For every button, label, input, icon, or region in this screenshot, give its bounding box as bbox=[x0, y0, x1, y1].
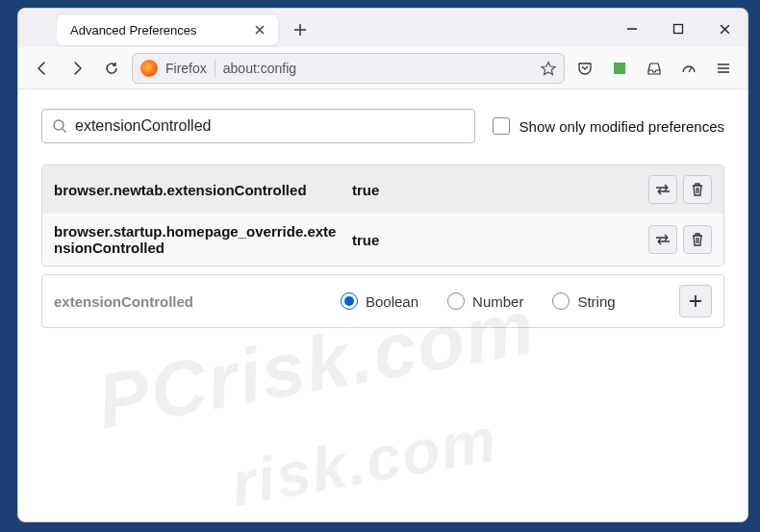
delete-button[interactable] bbox=[683, 225, 712, 254]
delete-button[interactable] bbox=[683, 175, 712, 204]
svg-rect-0 bbox=[674, 25, 683, 34]
new-preference-row: extensionControlled Boolean Number Strin… bbox=[41, 274, 724, 328]
extension-icon[interactable] bbox=[605, 54, 634, 83]
preference-name: browser.newtab.extensionControlled bbox=[54, 182, 342, 198]
minimize-button[interactable] bbox=[617, 14, 647, 43]
forward-button[interactable] bbox=[63, 54, 91, 83]
back-button[interactable] bbox=[28, 54, 57, 83]
radio-label: Number bbox=[472, 293, 523, 310]
show-only-modified-toggle[interactable]: Show only modified preferences bbox=[493, 117, 724, 135]
reload-button[interactable] bbox=[97, 54, 126, 83]
pocket-icon[interactable] bbox=[570, 54, 599, 83]
bookmark-star-icon[interactable] bbox=[541, 61, 556, 76]
active-tab[interactable]: Advanced Preferences bbox=[57, 14, 278, 45]
checkbox-icon[interactable] bbox=[493, 117, 510, 135]
radio-icon bbox=[341, 292, 358, 310]
preference-value: true bbox=[352, 232, 639, 248]
radio-number[interactable]: Number bbox=[447, 292, 523, 310]
toolbar: Firefox about:config bbox=[18, 47, 747, 89]
close-window-button[interactable] bbox=[709, 14, 740, 43]
preference-name: browser.startup.homepage_override.extens… bbox=[54, 223, 342, 256]
preference-value: true bbox=[352, 182, 639, 198]
search-icon bbox=[52, 118, 67, 134]
close-tab-icon[interactable] bbox=[251, 21, 268, 38]
preference-row[interactable]: browser.newtab.extensionControlled true bbox=[42, 165, 723, 214]
window-controls bbox=[617, 14, 740, 43]
radio-icon bbox=[552, 292, 570, 310]
tab-bar: Advanced Preferences bbox=[18, 9, 747, 47]
firefox-logo-icon bbox=[140, 60, 158, 77]
add-preference-button[interactable] bbox=[679, 285, 712, 317]
divider bbox=[215, 60, 215, 77]
about-config-content: PCrisk.com risk.com Show only modified p… bbox=[18, 89, 747, 521]
menu-button[interactable] bbox=[709, 54, 738, 83]
toggle-button[interactable] bbox=[648, 175, 677, 204]
maximize-button[interactable] bbox=[663, 14, 694, 43]
watermark: risk.com bbox=[226, 403, 503, 519]
preference-row[interactable]: browser.startup.homepage_override.extens… bbox=[42, 214, 723, 266]
search-row: Show only modified preferences bbox=[41, 109, 724, 143]
identity-label: Firefox bbox=[165, 61, 207, 76]
preferences-list: browser.newtab.extensionControlled true … bbox=[41, 165, 724, 266]
toggle-button[interactable] bbox=[648, 225, 677, 254]
radio-label: Boolean bbox=[366, 293, 418, 310]
preference-actions bbox=[648, 225, 712, 254]
preference-actions bbox=[648, 175, 712, 204]
browser-window: Advanced Preferences bbox=[17, 8, 748, 522]
new-tab-button[interactable] bbox=[286, 15, 315, 44]
radio-boolean[interactable]: Boolean bbox=[341, 292, 418, 310]
url-bar[interactable]: Firefox about:config bbox=[132, 53, 565, 84]
checkbox-label: Show only modified preferences bbox=[519, 118, 724, 135]
url-text[interactable]: about:config bbox=[223, 61, 533, 76]
radio-string[interactable]: String bbox=[552, 292, 615, 310]
inbox-icon[interactable] bbox=[640, 54, 669, 83]
svg-rect-1 bbox=[614, 63, 625, 74]
tab-title: Advanced Preferences bbox=[70, 23, 243, 38]
type-radio-group: Boolean Number String bbox=[341, 292, 671, 310]
svg-point-2 bbox=[54, 120, 63, 130]
radio-label: String bbox=[577, 293, 615, 310]
new-preference-name: extensionControlled bbox=[54, 293, 333, 310]
radio-icon bbox=[447, 292, 465, 310]
search-box[interactable] bbox=[41, 109, 475, 143]
dashboard-icon[interactable] bbox=[674, 54, 703, 83]
search-input[interactable] bbox=[75, 117, 465, 135]
